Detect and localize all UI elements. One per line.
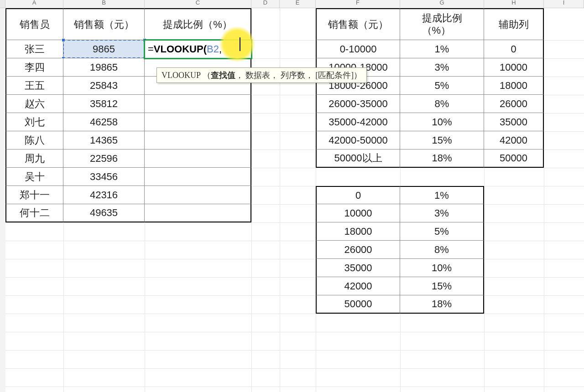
cell-A3[interactable]: 李四 [5,58,63,77]
formula-function: VLOOKUP( [154,43,207,55]
rt-range-5[interactable]: 35000-42000 [316,113,400,131]
cell-A6[interactable]: 刘七 [5,113,63,131]
cell-B3[interactable]: 19865 [63,58,145,77]
cell-A4[interactable]: 王五 [5,77,63,95]
col-header-B[interactable]: B [63,0,145,8]
tooltip-sep3: ， [305,71,313,80]
header-commission-rate[interactable]: 提成比例（%） [145,8,251,40]
rt-aux-3[interactable]: 18000 [484,77,544,95]
rb-lower-1[interactable]: 0 [316,186,400,204]
rt-rate-5[interactable]: 10% [400,113,484,131]
rb-lower-5[interactable]: 35000 [316,259,400,277]
rb-lower-3[interactable]: 18000 [316,222,400,241]
rt-header-aux[interactable]: 辅助列 [484,8,544,40]
select-all-corner[interactable] [0,0,5,8]
col-header-H[interactable]: H [484,0,544,8]
col-header-E[interactable]: E [280,0,316,8]
tooltip-close: ） [354,71,362,80]
cell-C8[interactable] [145,150,251,168]
cell-A9[interactable]: 吴十 [5,168,63,186]
tooltip-arg-3[interactable]: 列序数 [281,71,305,80]
rt-aux-2[interactable]: 10000 [484,58,544,77]
formula-equals: = [148,43,154,55]
rt-range-4[interactable]: 26000-35000 [316,95,400,113]
ref-handle-tl[interactable] [62,38,65,42]
rb-lower-4[interactable]: 26000 [316,241,400,259]
rb-rate-5[interactable]: 10% [400,259,484,277]
cell-C5[interactable] [145,95,251,113]
rb-rate-2[interactable]: 3% [400,204,484,222]
col-header-D[interactable]: D [251,0,280,8]
tooltip-arg-4[interactable]: [匹配条件] [315,71,354,80]
col-header-I[interactable]: I [544,0,584,8]
cell-C10[interactable] [145,186,251,204]
column-headers: A B C D E F G H I [0,0,584,8]
rb-rate-6[interactable]: 15% [400,277,484,295]
cell-C6[interactable] [145,113,251,131]
cell-C9[interactable] [145,168,251,186]
cell-B9[interactable]: 33456 [63,168,145,186]
rb-rate-1[interactable]: 1% [400,186,484,204]
rt-aux-6[interactable]: 42000 [484,131,544,150]
col-header-A[interactable]: A [5,0,63,8]
cell-C7[interactable] [145,131,251,150]
tooltip-sep2: ， [270,71,278,80]
cell-B6[interactable]: 46258 [63,113,145,131]
rt-rate-1[interactable]: 1% [400,40,484,58]
cells-area[interactable]: 销售员 销售额（元） 提成比例（%） 张三 9865 李四 19865 王五 2… [5,8,584,392]
rt-aux-1[interactable]: 0 [484,40,544,58]
col-header-C[interactable]: C [145,0,251,8]
rt-header-sales[interactable]: 销售额（元） [316,8,400,40]
rb-lower-7[interactable]: 50000 [316,295,400,314]
text-cursor [240,37,240,51]
cell-B4[interactable]: 25843 [63,77,145,95]
rt-rate-2[interactable]: 3% [400,58,484,77]
rt-range-6[interactable]: 42000-50000 [316,131,400,150]
cell-A8[interactable]: 周九 [5,150,63,168]
tooltip-open: （ [203,71,211,80]
row-headers [0,8,5,392]
spreadsheet[interactable]: A B C D E F G H I [0,0,584,392]
function-tooltip[interactable]: VLOOKUP （查找值， 数据表， 列序数， [匹配条件]） [156,67,367,83]
cell-B11[interactable]: 49635 [63,204,145,222]
cell-B5[interactable]: 35812 [63,95,145,113]
tooltip-arg-1[interactable]: 查找值 [211,71,235,80]
rb-lower-2[interactable]: 10000 [316,204,400,222]
formula-cellref: B2 [207,43,219,55]
formula-comma: , [219,43,222,55]
rt-aux-7[interactable]: 50000 [484,150,544,168]
cell-A11[interactable]: 何十二 [5,204,63,222]
rt-rate-7[interactable]: 18% [400,150,484,168]
rt-rate-6[interactable]: 15% [400,131,484,150]
cell-A2[interactable]: 张三 [5,40,63,58]
cell-B8[interactable]: 22596 [63,150,145,168]
cell-B10[interactable]: 42316 [63,186,145,204]
col-header-F[interactable]: F [316,0,400,8]
col-header-G[interactable]: G [400,0,484,8]
rt-range-7[interactable]: 50000以上 [316,150,400,168]
cell-C11[interactable] [145,204,251,222]
rt-header-rate[interactable]: 提成比例 （%） [400,8,484,40]
cell-B2-referenced[interactable]: 9865 [63,40,145,58]
rt-rate-4[interactable]: 8% [400,95,484,113]
tooltip-sep1: ， [235,71,244,80]
rb-lower-6[interactable]: 42000 [316,277,400,295]
rt-range-1[interactable]: 0-10000 [316,40,400,58]
tooltip-arg-2[interactable]: 数据表 [245,71,270,80]
rt-rate-3[interactable]: 5% [400,77,484,95]
rb-rate-3[interactable]: 5% [400,222,484,241]
tooltip-func: VLOOKUP [162,71,200,80]
rt-aux-5[interactable]: 35000 [484,113,544,131]
header-salesperson[interactable]: 销售员 [5,8,63,40]
cell-A7[interactable]: 陈八 [5,131,63,150]
header-sales-amount[interactable]: 销售额（元） [63,8,145,40]
rb-rate-4[interactable]: 8% [400,241,484,259]
cell-C2-editing[interactable]: =VLOOKUP(B2, [144,39,252,59]
cell-A5[interactable]: 赵六 [5,95,63,113]
cell-B7[interactable]: 14365 [63,131,145,150]
cell-A10[interactable]: 郑十一 [5,186,63,204]
rb-rate-7[interactable]: 18% [400,295,484,314]
rt-aux-4[interactable]: 26000 [484,95,544,113]
